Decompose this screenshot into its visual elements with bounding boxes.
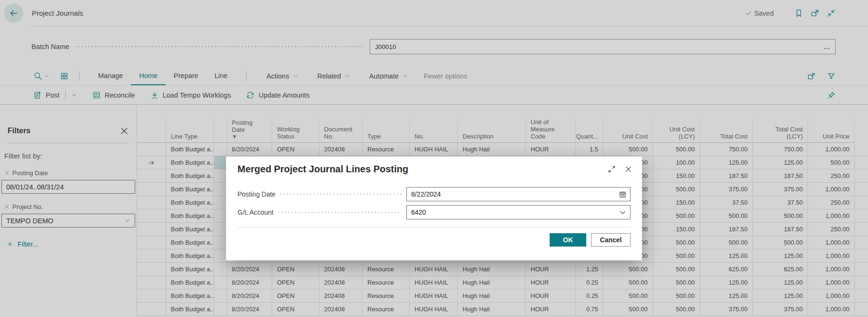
dialog-buttons: OK Cancel bbox=[226, 233, 631, 247]
posting-date-value: 8/22/2024 bbox=[411, 190, 619, 198]
field-label: G/L Account bbox=[237, 208, 274, 216]
dotted-leader bbox=[278, 212, 402, 213]
expand-dialog-icon[interactable] bbox=[608, 165, 616, 173]
dialog-field-posting-date: Posting Date 8/22/2024 bbox=[237, 187, 631, 201]
gl-account-value: 6420 bbox=[411, 208, 619, 216]
gl-account-input[interactable]: 6420 bbox=[406, 205, 631, 219]
dialog-field-gl-account: G/L Account 6420 bbox=[237, 205, 631, 219]
ok-button[interactable]: OK bbox=[550, 233, 586, 247]
close-dialog-icon[interactable] bbox=[624, 165, 632, 173]
merged-posting-dialog: Merged Project Journal Lines Posting Pos… bbox=[226, 157, 642, 260]
dialog-title: Merged Project Journal Lines Posting bbox=[237, 164, 599, 175]
calendar-icon[interactable] bbox=[619, 190, 627, 198]
dialog-header: Merged Project Journal Lines Posting bbox=[226, 157, 642, 175]
cancel-button[interactable]: Cancel bbox=[591, 233, 631, 247]
project-journals-page: Project Journals Saved Batch Name J00010… bbox=[0, 0, 868, 317]
chevron-down-icon[interactable] bbox=[619, 208, 627, 217]
posting-date-input[interactable]: 8/22/2024 bbox=[406, 187, 631, 201]
field-label: Posting Date bbox=[237, 190, 276, 198]
dialog-divider bbox=[237, 227, 631, 228]
dotted-leader bbox=[280, 194, 402, 195]
